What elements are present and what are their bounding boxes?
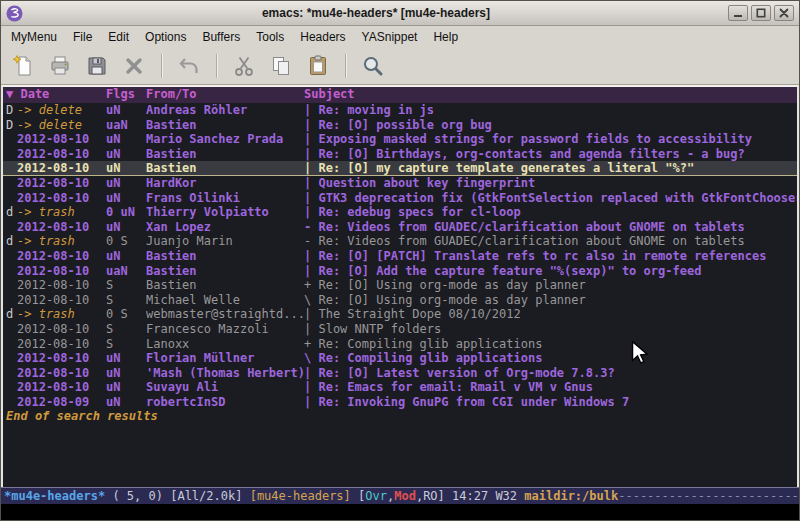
message-subject: | Re: [O] [PATCH] Translate refs to rc a… — [304, 249, 797, 264]
message-row[interactable]: 2012-08-10uNBastien| Re: [O] Birthdays, … — [3, 147, 797, 162]
message-row[interactable]: 2012-08-10uNBastien| Re: [O] [PATCH] Tra… — [3, 249, 797, 264]
message-flags: 0 S — [106, 307, 146, 322]
message-date: 2012-08-10 — [17, 264, 106, 279]
message-mark — [6, 380, 17, 395]
minimize-button[interactable] — [728, 5, 748, 21]
message-flags: uN — [106, 351, 146, 366]
message-from: Xan Lopez — [146, 220, 304, 235]
message-subject: | Re: [O] Add the capture feature "%(sex… — [304, 264, 797, 279]
toolbar — [1, 48, 799, 85]
message-row[interactable]: 2012-08-10uNXan Lopez- Re: Videos from G… — [3, 220, 797, 235]
message-date: 2012-08-09 — [17, 395, 106, 410]
menu-item-yasnippet[interactable]: YASnippet — [354, 27, 426, 47]
message-flags: 0 uN — [106, 205, 146, 220]
message-subject: | Re: [O] Birthdays, org-contacts and ag… — [304, 147, 797, 162]
message-mark — [6, 351, 17, 366]
modeline-segment-plain: W32 — [495, 489, 524, 503]
menu-item-help[interactable]: Help — [425, 27, 466, 47]
message-flags: S — [106, 337, 146, 352]
modeline-segment-plain: , — [387, 489, 394, 503]
message-subject: | Re: Invoking GnuPG from CGI under Wind… — [304, 395, 797, 410]
menu-item-options[interactable]: Options — [137, 27, 194, 47]
message-row[interactable]: 2012-08-10uNFlorian Müllner\ Re: Compili… — [3, 351, 797, 366]
menu-item-headers[interactable]: Headers — [292, 27, 353, 47]
message-subject: | Re: [O] my capture template generates … — [304, 161, 797, 175]
menu-item-buffers[interactable]: Buffers — [194, 27, 248, 47]
message-date: 2012-08-10 — [17, 322, 106, 337]
toolbar-separator — [216, 54, 218, 78]
buffer-area[interactable]: ▼ Date Flgs From/To Subject D-> deleteuN… — [1, 85, 799, 487]
message-row[interactable]: 2012-08-10uNBastien| Re: [O] my capture … — [3, 161, 797, 176]
message-row[interactable]: d-> trash0 uNThierry Volpiatto| Re: edeb… — [3, 205, 797, 220]
message-flags: uaN — [106, 264, 146, 279]
message-flags: uN — [106, 132, 146, 147]
modeline-segment-plain: ] — [438, 489, 452, 503]
save-button[interactable] — [81, 51, 113, 81]
close-buffer-button[interactable] — [118, 51, 150, 81]
message-date: 2012-08-10 — [17, 132, 106, 147]
message-flags: S — [106, 322, 146, 337]
close-icon — [779, 8, 789, 18]
save-icon — [85, 54, 109, 78]
message-row[interactable]: 2012-08-10uNHardKor| Question about key … — [3, 176, 797, 191]
message-row[interactable]: 2012-08-10SLanoxx+ Re: Compiling glib ap… — [3, 337, 797, 352]
message-mark — [6, 147, 17, 162]
undo-button[interactable] — [173, 51, 205, 81]
message-flags: uN — [106, 176, 146, 191]
titlebar[interactable]: emacs: *mu4e-headers* [mu4e-headers] — [1, 1, 799, 26]
mode-line[interactable]: *mu4e-headers* ( 5, 0) [All/2.0k] [mu4e-… — [1, 487, 799, 504]
message-subject: | Re: [O] possible org bug — [304, 118, 797, 133]
message-date: -> trash — [17, 307, 106, 322]
message-mark: D — [6, 103, 17, 118]
message-row[interactable]: d-> trash0 SJuanjo Marin- Re: Videos fro… — [3, 234, 797, 249]
message-row[interactable]: 2012-08-10uN'Mash (Thomas Herbert)| Re: … — [3, 366, 797, 381]
menu-item-tools[interactable]: Tools — [248, 27, 292, 47]
message-subject: - Re: Videos from GUADEC/clarification a… — [304, 234, 797, 249]
message-subject: \ Re: [O] Using org-mode as day planner — [304, 293, 797, 308]
end-of-search-results: End of search results — [3, 409, 797, 424]
message-row[interactable]: 2012-08-10uNFrans Oilinki| GTK3 deprecat… — [3, 191, 797, 206]
message-row[interactable]: 2012-08-09uNrobertcInSD| Re: Invoking Gn… — [3, 395, 797, 410]
message-flags: uN — [106, 395, 146, 410]
message-flags: uN — [106, 380, 146, 395]
message-date: 2012-08-10 — [17, 220, 106, 235]
message-mark — [6, 293, 17, 308]
message-row[interactable]: 2012-08-10uaNBastien| Re: [O] Add the ca… — [3, 264, 797, 279]
menu-item-edit[interactable]: Edit — [100, 27, 137, 47]
message-row[interactable]: 2012-08-10SFrancesco Mazzoli| Slow NNTP … — [3, 322, 797, 337]
paste-button[interactable] — [302, 51, 334, 81]
menu-item-file[interactable]: File — [65, 27, 100, 47]
new-file-button[interactable] — [7, 51, 39, 81]
message-mark — [6, 132, 17, 147]
message-subject: + Re: [O] Using org-mode as day planner — [304, 278, 797, 293]
message-mark — [6, 395, 17, 410]
message-subject: | The Straight Dope 08/10/2012 — [304, 307, 797, 322]
message-flags: S — [106, 293, 146, 308]
message-row[interactable]: 2012-08-10uNMario Sanchez Prada| Exposin… — [3, 132, 797, 147]
message-row[interactable]: d-> trash0 Swebmaster@straightd...| The … — [3, 307, 797, 322]
message-row[interactable]: D-> deleteuNAndreas Röhler| Re: moving i… — [3, 103, 797, 118]
message-row[interactable]: 2012-08-10SMichael Welle\ Re: [O] Using … — [3, 293, 797, 308]
message-from: Thierry Volpiatto — [146, 205, 304, 220]
message-flags: uN — [106, 366, 146, 381]
cut-button[interactable] — [228, 51, 260, 81]
copy-button[interactable] — [265, 51, 297, 81]
maximize-button[interactable] — [751, 5, 771, 21]
message-date: 2012-08-10 — [17, 147, 106, 162]
undo-icon — [177, 54, 201, 78]
message-row[interactable]: 2012-08-10uNSuvayu Ali| Re: Emacs for em… — [3, 380, 797, 395]
modeline-segment-mode: [mu4e-headers] — [250, 489, 358, 503]
message-mark — [6, 337, 17, 352]
new-file-icon — [11, 54, 35, 78]
message-row[interactable]: 2012-08-10SBastien+ Re: [O] Using org-mo… — [3, 278, 797, 293]
search-button[interactable] — [357, 51, 389, 81]
message-date: 2012-08-10 — [17, 337, 106, 352]
menu-item-mymenu[interactable]: MyMenu — [3, 27, 65, 47]
minibuffer[interactable] — [1, 504, 799, 520]
message-from: Suvayu Ali — [146, 380, 304, 395]
open-file-button[interactable] — [44, 51, 76, 81]
message-date: 2012-08-10 — [17, 176, 106, 191]
message-row[interactable]: D-> deleteuaNBastien| Re: [O] possible o… — [3, 118, 797, 133]
close-button[interactable] — [774, 5, 794, 21]
message-date: 2012-08-10 — [17, 293, 106, 308]
